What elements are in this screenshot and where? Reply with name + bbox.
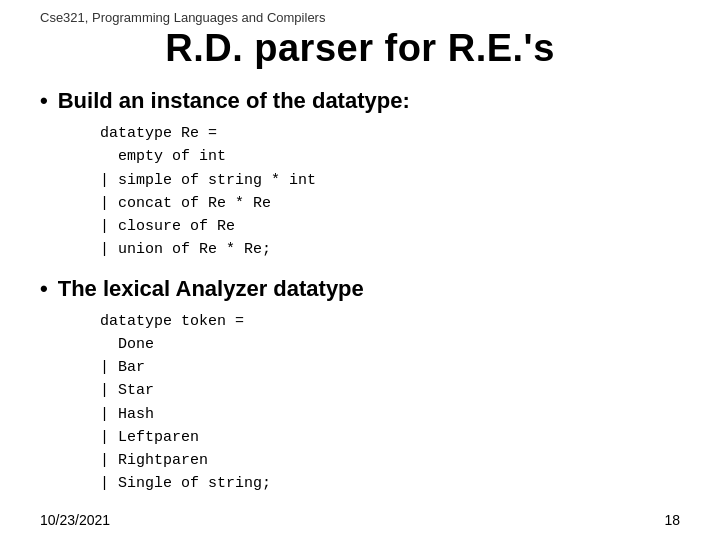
section2-heading: • The lexical Analyzer datatype: [40, 276, 680, 302]
page-container: Cse321, Programming Languages and Compil…: [0, 0, 720, 540]
main-title: R.D. parser for R.E.'s: [40, 27, 680, 70]
section1-code: datatype Re = empty of int | simple of s…: [100, 122, 680, 262]
section-2: • The lexical Analyzer datatype datatype…: [40, 276, 680, 496]
section2-heading-text: The lexical Analyzer datatype: [58, 276, 364, 302]
code-line-2-0: datatype token =: [100, 310, 680, 333]
code-line-2-6: | Rightparen: [100, 449, 680, 472]
code-line-1-3: | concat of Re * Re: [100, 192, 680, 215]
footer-page-number: 18: [664, 512, 680, 528]
code-line-2-3: | Star: [100, 379, 680, 402]
section2-code: datatype token = Done | Bar | Star | Has…: [100, 310, 680, 496]
code-line-2-7: | Single of string;: [100, 472, 680, 495]
code-line-2-2: | Bar: [100, 356, 680, 379]
section-1: • Build an instance of the datatype: dat…: [40, 88, 680, 262]
section1-heading: • Build an instance of the datatype:: [40, 88, 680, 114]
footer-date: 10/23/2021: [40, 512, 110, 528]
code-line-1-2: | simple of string * int: [100, 169, 680, 192]
code-line-2-1: Done: [100, 333, 680, 356]
code-line-2-4: | Hash: [100, 403, 680, 426]
code-line-1-4: | closure of Re: [100, 215, 680, 238]
section1-heading-text: Build an instance of the datatype:: [58, 88, 410, 114]
footer: 10/23/2021 18: [40, 512, 680, 528]
course-title: Cse321, Programming Languages and Compil…: [40, 10, 680, 25]
bullet-1: •: [40, 88, 48, 114]
code-line-1-5: | union of Re * Re;: [100, 238, 680, 261]
code-line-1-1: empty of int: [100, 145, 680, 168]
code-line-2-5: | Leftparen: [100, 426, 680, 449]
bullet-2: •: [40, 276, 48, 302]
code-line-1-0: datatype Re =: [100, 122, 680, 145]
